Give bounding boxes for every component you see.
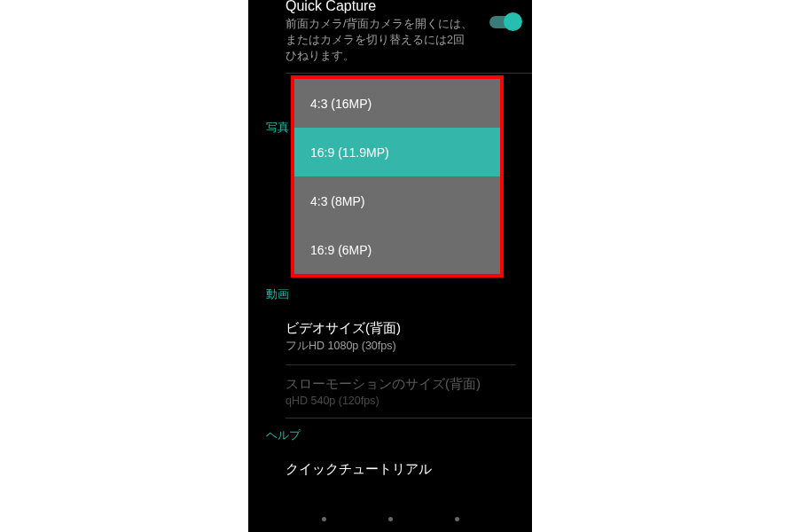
section-header-help: ヘルプ: [248, 419, 532, 450]
slow-motion-title: スローモーションのサイズ(背面): [286, 376, 516, 393]
nav-dot[interactable]: [322, 517, 326, 521]
slow-motion-subtitle: qHD 540p (120fps): [286, 395, 516, 407]
video-size-title: ビデオサイズ(背面): [286, 320, 516, 337]
quick-tutorial-title: クイックチュートリアル: [286, 461, 516, 478]
video-size-subtitle: フルHD 1080p (30fps): [286, 339, 516, 354]
quick-capture-row[interactable]: Quick Capture 前面カメラ/背面カメラを開くには、またはカメラを切り…: [248, 0, 532, 73]
section-header-photo: 写真: [266, 120, 289, 136]
settings-screen: Quick Capture 前面カメラ/背面カメラを開くには、またはカメラを切り…: [248, 0, 532, 532]
quick-tutorial-row[interactable]: クイックチュートリアル: [248, 450, 532, 489]
quick-capture-toggle[interactable]: [489, 16, 520, 28]
quick-capture-title: Quick Capture: [286, 0, 474, 14]
slow-motion-row: スローモーションのサイズ(背面) qHD 540p (120fps): [248, 365, 532, 418]
photo-size-option-0[interactable]: 4:3 (16MP): [294, 79, 500, 128]
photo-size-popup: 4:3 (16MP) 16:9 (11.9MP) 4:3 (8MP) 16:9 …: [291, 75, 504, 278]
nav-dot[interactable]: [455, 517, 459, 521]
section-header-video: 動画: [248, 278, 532, 309]
photo-size-option-3[interactable]: 16:9 (6MP): [294, 225, 500, 274]
video-size-row[interactable]: ビデオサイズ(背面) フルHD 1080p (30fps): [248, 309, 532, 364]
nav-dot[interactable]: [388, 517, 393, 521]
photo-size-option-2[interactable]: 4:3 (8MP): [294, 176, 500, 225]
nav-bar: [248, 509, 532, 528]
quick-capture-subtitle: 前面カメラ/背面カメラを開くには、またはカメラを切り替えるには2回ひねります。: [286, 16, 474, 64]
photo-size-option-1[interactable]: 16:9 (11.9MP): [294, 128, 500, 176]
